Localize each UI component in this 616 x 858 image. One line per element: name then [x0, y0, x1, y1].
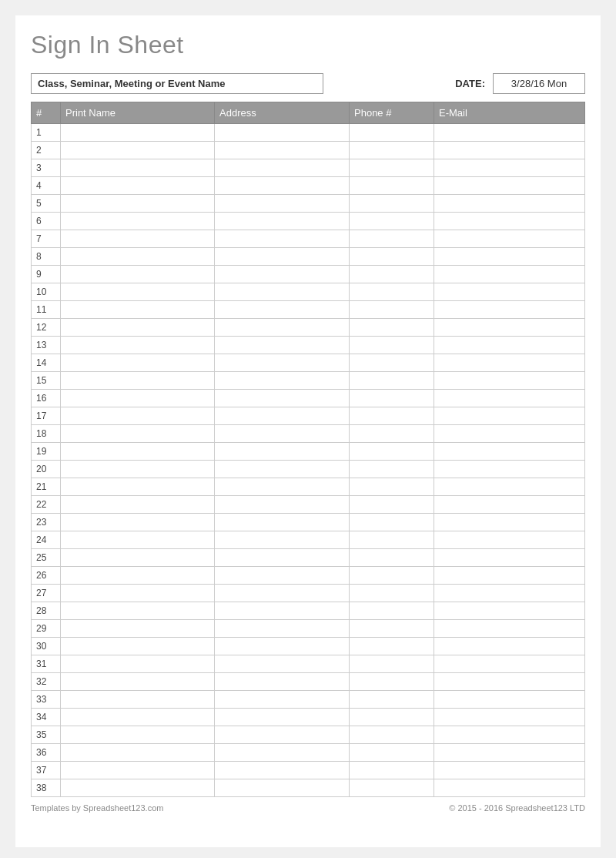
- table-row[interactable]: 11: [32, 301, 585, 319]
- table-row[interactable]: 12: [32, 319, 585, 337]
- row-email[interactable]: [434, 407, 585, 425]
- row-address[interactable]: [215, 390, 350, 407]
- row-name[interactable]: [61, 461, 215, 478]
- row-name[interactable]: [61, 478, 215, 496]
- row-address[interactable]: [215, 673, 350, 691]
- table-row[interactable]: 22: [32, 496, 585, 514]
- table-row[interactable]: 23: [32, 514, 585, 531]
- row-name[interactable]: [61, 602, 215, 620]
- table-row[interactable]: 8: [32, 248, 585, 266]
- row-email[interactable]: [434, 620, 585, 638]
- row-address[interactable]: [215, 531, 350, 549]
- row-email[interactable]: [434, 230, 585, 248]
- row-phone[interactable]: [350, 425, 434, 443]
- row-phone[interactable]: [350, 655, 434, 673]
- row-name[interactable]: [61, 726, 215, 744]
- row-phone[interactable]: [350, 709, 434, 726]
- row-address[interactable]: [215, 726, 350, 744]
- row-name[interactable]: [61, 620, 215, 638]
- row-name[interactable]: [61, 337, 215, 354]
- row-email[interactable]: [434, 638, 585, 655]
- table-row[interactable]: 1: [32, 124, 585, 142]
- row-phone[interactable]: [350, 248, 434, 266]
- row-name[interactable]: [61, 407, 215, 425]
- row-name[interactable]: [61, 177, 215, 195]
- row-phone[interactable]: [350, 762, 434, 779]
- row-phone[interactable]: [350, 461, 434, 478]
- row-phone[interactable]: [350, 691, 434, 709]
- row-phone[interactable]: [350, 230, 434, 248]
- row-name[interactable]: [61, 691, 215, 709]
- row-email[interactable]: [434, 266, 585, 283]
- table-row[interactable]: 19: [32, 443, 585, 461]
- row-phone[interactable]: [350, 638, 434, 655]
- row-name[interactable]: [61, 655, 215, 673]
- table-row[interactable]: 33: [32, 691, 585, 709]
- row-email[interactable]: [434, 478, 585, 496]
- row-name[interactable]: [61, 673, 215, 691]
- row-name[interactable]: [61, 443, 215, 461]
- row-address[interactable]: [215, 372, 350, 390]
- row-name[interactable]: [61, 159, 215, 177]
- table-row[interactable]: 28: [32, 602, 585, 620]
- table-row[interactable]: 14: [32, 354, 585, 372]
- row-phone[interactable]: [350, 602, 434, 620]
- row-phone[interactable]: [350, 195, 434, 213]
- row-phone[interactable]: [350, 779, 434, 797]
- table-row[interactable]: 15: [32, 372, 585, 390]
- row-phone[interactable]: [350, 620, 434, 638]
- row-address[interactable]: [215, 159, 350, 177]
- table-row[interactable]: 21: [32, 478, 585, 496]
- row-email[interactable]: [434, 514, 585, 531]
- row-address[interactable]: [215, 744, 350, 762]
- row-name[interactable]: [61, 638, 215, 655]
- table-row[interactable]: 37: [32, 762, 585, 779]
- table-row[interactable]: 25: [32, 549, 585, 567]
- table-row[interactable]: 16: [32, 390, 585, 407]
- table-row[interactable]: 29: [32, 620, 585, 638]
- row-address[interactable]: [215, 230, 350, 248]
- row-phone[interactable]: [350, 177, 434, 195]
- row-address[interactable]: [215, 514, 350, 531]
- table-row[interactable]: 32: [32, 673, 585, 691]
- table-row[interactable]: 20: [32, 461, 585, 478]
- row-name[interactable]: [61, 585, 215, 602]
- row-name[interactable]: [61, 230, 215, 248]
- row-email[interactable]: [434, 779, 585, 797]
- row-address[interactable]: [215, 195, 350, 213]
- row-email[interactable]: [434, 762, 585, 779]
- row-address[interactable]: [215, 478, 350, 496]
- row-phone[interactable]: [350, 372, 434, 390]
- row-email[interactable]: [434, 709, 585, 726]
- row-email[interactable]: [434, 248, 585, 266]
- row-email[interactable]: [434, 319, 585, 337]
- row-email[interactable]: [434, 195, 585, 213]
- row-phone[interactable]: [350, 354, 434, 372]
- row-address[interactable]: [215, 585, 350, 602]
- row-address[interactable]: [215, 301, 350, 319]
- row-phone[interactable]: [350, 390, 434, 407]
- date-value[interactable]: 3/28/16 Mon: [493, 73, 585, 94]
- row-name[interactable]: [61, 709, 215, 726]
- row-email[interactable]: [434, 461, 585, 478]
- row-name[interactable]: [61, 301, 215, 319]
- row-name[interactable]: [61, 390, 215, 407]
- row-address[interactable]: [215, 407, 350, 425]
- row-name[interactable]: [61, 124, 215, 142]
- table-row[interactable]: 7: [32, 230, 585, 248]
- row-name[interactable]: [61, 372, 215, 390]
- row-address[interactable]: [215, 655, 350, 673]
- row-phone[interactable]: [350, 443, 434, 461]
- row-name[interactable]: [61, 213, 215, 230]
- row-email[interactable]: [434, 142, 585, 159]
- row-email[interactable]: [434, 567, 585, 585]
- row-name[interactable]: [61, 425, 215, 443]
- row-address[interactable]: [215, 567, 350, 585]
- row-address[interactable]: [215, 602, 350, 620]
- row-address[interactable]: [215, 549, 350, 567]
- row-email[interactable]: [434, 425, 585, 443]
- row-name[interactable]: [61, 779, 215, 797]
- row-address[interactable]: [215, 337, 350, 354]
- row-name[interactable]: [61, 744, 215, 762]
- row-name[interactable]: [61, 248, 215, 266]
